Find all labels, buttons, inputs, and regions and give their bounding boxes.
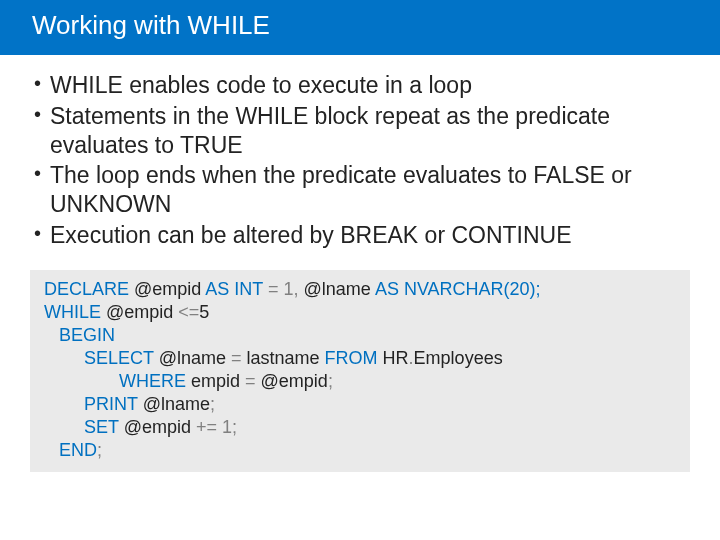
code-token: @lname	[138, 394, 210, 414]
code-token: ;	[328, 371, 333, 391]
slide: Working with WHILE WHILE enables code to…	[0, 0, 720, 540]
code-token: BEGIN	[44, 325, 115, 345]
code-token: HR	[378, 348, 409, 368]
slide-title: Working with WHILE	[0, 0, 720, 55]
code-token: +=	[196, 417, 217, 437]
bullet-item: WHILE enables code to execute in a loop	[34, 71, 690, 100]
code-token: 1;	[217, 417, 237, 437]
code-token: END	[44, 440, 97, 460]
code-token: @empid	[101, 302, 178, 322]
code-token: PRINT	[44, 394, 138, 414]
code-token: 1,	[284, 279, 299, 299]
code-token: lastname	[242, 348, 325, 368]
bullet-list: WHILE enables code to execute in a loop …	[34, 71, 690, 250]
code-token: AS NVARCHAR(20);	[375, 279, 541, 299]
code-token: FROM	[325, 348, 378, 368]
code-token: <=	[178, 302, 199, 322]
code-token: =	[263, 279, 284, 299]
code-token: @empid	[129, 279, 205, 299]
code-token: @lname	[299, 279, 375, 299]
code-token: SET	[44, 417, 119, 437]
bullet-item: Execution can be altered by BREAK or CON…	[34, 221, 690, 250]
code-token: AS INT	[205, 279, 263, 299]
code-token: ;	[210, 394, 215, 414]
code-token: =	[231, 348, 242, 368]
code-token: Employees	[414, 348, 503, 368]
bullet-item: The loop ends when the predicate evaluat…	[34, 161, 690, 219]
code-token: 5	[199, 302, 209, 322]
code-token: empid	[186, 371, 245, 391]
code-token: ;	[97, 440, 102, 460]
code-token: SELECT	[44, 348, 154, 368]
code-token: @empid	[256, 371, 328, 391]
code-token: =	[245, 371, 256, 391]
content-area: WHILE enables code to execute in a loop …	[0, 55, 720, 262]
code-token: DECLARE	[44, 279, 129, 299]
code-token: WHERE	[44, 371, 186, 391]
code-token: @lname	[154, 348, 231, 368]
code-token: @empid	[119, 417, 196, 437]
code-token: WHILE	[44, 302, 101, 322]
code-block: DECLARE @empid AS INT = 1, @lname AS NVA…	[30, 270, 690, 472]
bullet-item: Statements in the WHILE block repeat as …	[34, 102, 690, 160]
